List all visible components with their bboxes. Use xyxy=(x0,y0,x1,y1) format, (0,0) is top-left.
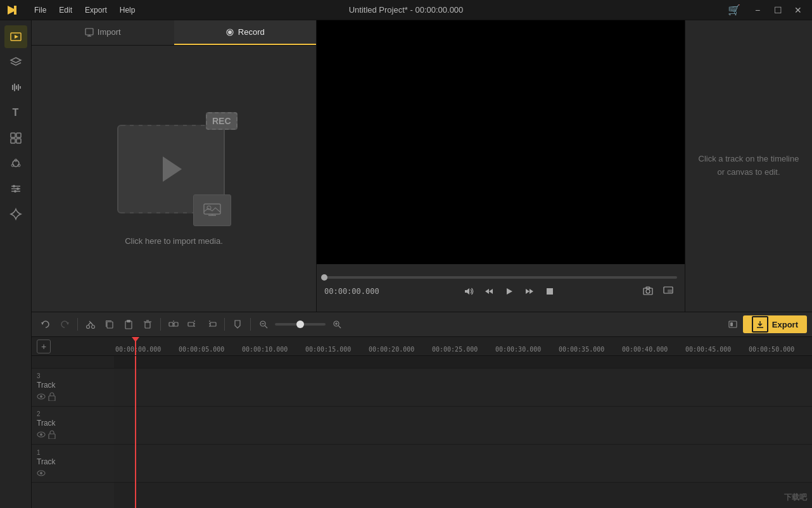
svg-rect-53 xyxy=(145,322,150,328)
rec-badge: REC xyxy=(206,112,238,130)
sidebar-item-text[interactable]: T xyxy=(4,101,27,124)
zoom-in-button[interactable] xyxy=(328,316,346,333)
ruler-marks: 00:00:00.000 00:00:05.000 00:00:10.000 0… xyxy=(114,337,812,355)
marker-button[interactable] xyxy=(229,316,246,333)
svg-marker-33 xyxy=(489,289,493,294)
svg-point-39 xyxy=(646,289,650,293)
ruler-label-5: 00:00:25.000 xyxy=(431,346,478,353)
svg-marker-34 xyxy=(507,288,512,295)
split-button-1[interactable] xyxy=(165,316,182,333)
svg-rect-58 xyxy=(174,322,178,326)
timeline-track-2[interactable] xyxy=(114,407,812,445)
minimize-button[interactable]: − xyxy=(749,3,766,17)
svg-rect-50 xyxy=(107,322,113,328)
pip-button[interactable] xyxy=(659,283,677,300)
sidebar-item-transitions[interactable] xyxy=(4,127,27,149)
svg-marker-32 xyxy=(485,289,489,294)
add-track-button[interactable]: + xyxy=(37,340,51,353)
volume-button[interactable] xyxy=(460,283,478,300)
redo-button[interactable] xyxy=(56,316,73,333)
track-2-visibility[interactable] xyxy=(37,430,46,441)
svg-rect-59 xyxy=(188,322,194,326)
snap-button[interactable] xyxy=(724,316,742,333)
titlebar-right: 🛒 − ☐ ✕ xyxy=(727,3,807,17)
split-button-2[interactable] xyxy=(184,316,201,333)
controls-right xyxy=(639,283,677,300)
sidebar-item-effects[interactable] xyxy=(4,152,27,175)
playhead-ruler xyxy=(135,337,136,355)
track-1-icons xyxy=(37,469,109,478)
play-triangle-icon xyxy=(163,156,182,182)
track-3-visibility[interactable] xyxy=(37,392,46,403)
menu-file[interactable]: File xyxy=(29,4,51,16)
cut-button[interactable] xyxy=(82,316,99,333)
svg-rect-79 xyxy=(49,434,55,439)
timeline-track-1[interactable] xyxy=(114,445,812,483)
ruler-mark-3: 00:00:15.000 xyxy=(304,346,367,353)
import-hint-text: Click here to import media. xyxy=(125,236,223,246)
media-content[interactable]: REC Click here to import media. xyxy=(32,46,316,312)
menu-help[interactable]: Help xyxy=(115,4,141,16)
svg-rect-61 xyxy=(210,322,216,326)
svg-rect-9 xyxy=(11,133,15,137)
undo-button[interactable] xyxy=(37,316,54,333)
rewind-button[interactable] xyxy=(480,283,498,300)
zoom-out-button[interactable] xyxy=(255,316,272,333)
copy-button[interactable] xyxy=(101,316,118,333)
svg-rect-37 xyxy=(547,288,553,295)
svg-rect-28 xyxy=(204,204,220,214)
timeline-track-3[interactable] xyxy=(114,369,812,407)
svg-rect-56 xyxy=(169,322,173,326)
zoom-slider[interactable] xyxy=(275,323,326,326)
timeline-spacer-strip xyxy=(114,356,812,369)
timeline-ruler[interactable]: 00:00:00.000 00:00:05.000 00:00:10.000 0… xyxy=(114,337,812,356)
stop-button[interactable] xyxy=(541,283,559,300)
window-title: Untitled Project* - 00:00:00.000 xyxy=(349,5,464,15)
menu-export[interactable]: Export xyxy=(80,4,112,16)
time-display: 00:00:00.000 xyxy=(324,287,379,296)
svg-marker-36 xyxy=(530,289,533,294)
cart-icon[interactable]: 🛒 xyxy=(727,3,741,17)
paste-button[interactable] xyxy=(120,316,137,333)
main-layout: T xyxy=(0,20,812,508)
svg-line-70 xyxy=(338,326,341,328)
sidebar-item-media[interactable] xyxy=(4,25,27,48)
track-label-header: + xyxy=(32,337,114,356)
ruler-label-6: 00:00:30.000 xyxy=(494,346,541,353)
sidebar-item-filters[interactable] xyxy=(4,177,27,200)
svg-rect-23 xyxy=(86,29,93,35)
sidebar-item-audio[interactable] xyxy=(4,76,27,99)
track-3-lock[interactable] xyxy=(48,392,56,403)
delete-button[interactable] xyxy=(139,316,156,333)
progress-bar[interactable] xyxy=(324,276,677,279)
play-button[interactable] xyxy=(500,283,518,300)
video-canvas xyxy=(317,20,685,264)
track-2-lock[interactable] xyxy=(48,430,56,441)
maximize-button[interactable]: ☐ xyxy=(769,3,787,17)
track-3-name: Track xyxy=(37,381,109,390)
screenshot-button[interactable] xyxy=(639,283,657,300)
sidebar-item-ai[interactable] xyxy=(4,203,27,225)
zoom-thumb[interactable] xyxy=(296,321,304,328)
sidebar-item-layers[interactable] xyxy=(4,51,27,73)
menu-edit[interactable]: Edit xyxy=(54,4,77,16)
progress-thumb[interactable] xyxy=(321,274,327,281)
forward-button[interactable] xyxy=(521,283,538,300)
ruler-label-2: 00:00:10.000 xyxy=(241,346,288,353)
export-label: Export xyxy=(772,320,798,329)
ruler-mark-7: 00:00:35.000 xyxy=(557,346,621,353)
export-button[interactable]: Export xyxy=(743,315,807,333)
close-button[interactable]: ✕ xyxy=(789,3,807,17)
media-icon-area: REC xyxy=(111,112,238,226)
track-1-visibility[interactable] xyxy=(37,469,46,478)
split-button-3[interactable] xyxy=(203,316,220,333)
controls-row: 00:00:00.000 xyxy=(324,283,677,300)
timeline-toolbar: Export xyxy=(32,312,812,337)
ruler-mark-2: 00:00:10.000 xyxy=(241,346,304,353)
export-icon xyxy=(752,316,768,333)
ruler-mark-8: 00:00:40.000 xyxy=(621,346,684,353)
svg-rect-52 xyxy=(127,320,130,322)
zoom-controls xyxy=(255,316,346,333)
tab-record[interactable]: Record xyxy=(174,20,317,45)
tab-import[interactable]: Import xyxy=(32,20,174,45)
